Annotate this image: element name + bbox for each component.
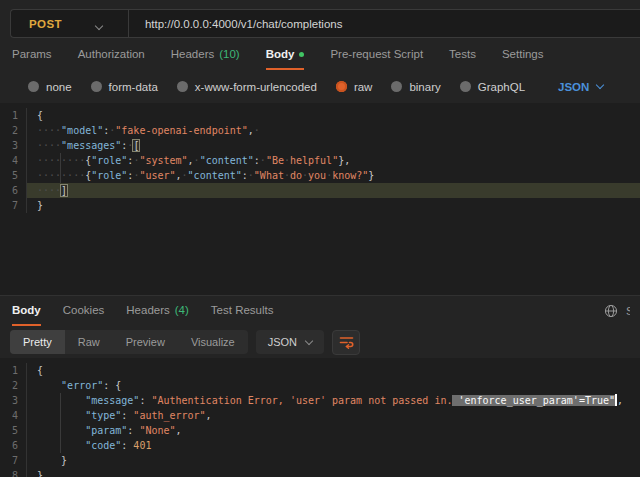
indent-guide — [37, 393, 61, 408]
code-line[interactable]: 2 "error": { — [0, 378, 640, 393]
line-content: "code": 401 — [27, 438, 640, 453]
code-line[interactable]: 6····] — [0, 183, 640, 198]
code-line[interactable]: 5 "param": "None", — [0, 423, 640, 438]
code-token: : — [121, 440, 133, 451]
request-tabs: ParamsAuthorizationHeaders(10)BodyPre-re… — [0, 40, 640, 70]
code-token: "messages" — [61, 140, 121, 151]
raw-language-dropdown[interactable]: JSON — [558, 81, 603, 93]
code-token: } — [61, 455, 67, 466]
indent-guide — [37, 423, 61, 438]
code-token: { — [37, 110, 43, 121]
radio-icon — [391, 81, 402, 92]
code-token: "error" — [61, 380, 103, 391]
unsaved-changes-dot-icon — [299, 52, 304, 57]
line-content: ····] — [27, 183, 640, 198]
response-view-visualize[interactable]: Visualize — [178, 330, 248, 354]
code-line[interactable]: 8} — [0, 468, 640, 477]
code-line[interactable]: 1{ — [0, 363, 640, 378]
code-token: ,· — [176, 170, 188, 181]
line-number: 5 — [0, 423, 27, 438]
request-tab-headers[interactable]: Headers(10) — [171, 40, 240, 70]
request-tab-body[interactable]: Body — [266, 40, 305, 70]
response-language-dropdown[interactable]: JSON — [256, 330, 324, 354]
code-token: : — [121, 410, 133, 421]
code-line[interactable]: 3 "message": "Authentication Error, 'use… — [0, 393, 640, 408]
code-token: , — [176, 425, 182, 436]
request-tab-settings[interactable]: Settings — [502, 40, 544, 70]
line-number: 1 — [0, 363, 27, 378]
response-tab-label: Headers — [126, 304, 169, 316]
response-tab-count-badge: (4) — [175, 304, 189, 316]
code-line[interactable]: 3····"messages":·[ — [0, 138, 640, 153]
response-tab-label: Body — [12, 304, 41, 316]
code-token: "Be·helpful" — [266, 155, 338, 166]
indent-guide: ···· — [37, 153, 61, 168]
indent-guide: ···· — [60, 168, 85, 183]
code-line[interactable]: 4 "type": "auth_error", — [0, 408, 640, 423]
code-token: :· — [103, 125, 115, 136]
body-type-raw[interactable]: raw — [336, 81, 373, 93]
code-token: :· — [242, 170, 254, 181]
response-view-raw[interactable]: Raw — [65, 330, 113, 354]
code-token: :· — [127, 155, 139, 166]
wrap-lines-button[interactable] — [332, 330, 360, 355]
request-tab-pre-request-script[interactable]: Pre-request Script — [330, 40, 423, 70]
indent-guide: ···· — [37, 183, 61, 198]
code-token: : — [139, 395, 151, 406]
code-token: "message" — [85, 395, 139, 406]
response-tab-label: Cookies — [63, 304, 105, 316]
method-selector[interactable]: POST — [11, 18, 62, 30]
indent-guide — [37, 378, 61, 393]
code-token: } — [37, 200, 43, 211]
response-view-pretty[interactable]: Pretty — [10, 330, 65, 354]
code-token: , — [617, 395, 623, 406]
code-token: : — [103, 380, 115, 391]
body-type-label: x-www-form-urlencoded — [195, 81, 317, 93]
code-line[interactable]: 4········{"role":·"system",·"content":·"… — [0, 153, 640, 168]
response-tab-cookies[interactable]: Cookies — [63, 296, 105, 326]
request-body-editor[interactable]: 1{2····"model":·"fake-openai-endpoint",·… — [0, 103, 640, 295]
code-token: "Authentication Error, 'user' param not … — [151, 395, 452, 406]
response-tab-headers[interactable]: Headers(4) — [126, 296, 189, 326]
code-line[interactable]: 6 "code": 401 — [0, 438, 640, 453]
clipped-status-label: S — [626, 305, 630, 317]
code-token: } — [37, 470, 43, 477]
request-tab-params[interactable]: Params — [12, 40, 52, 70]
code-line[interactable]: 5········{"role":·"user",·"content":·"Wh… — [0, 168, 640, 183]
code-token: "None" — [139, 425, 175, 436]
code-token: "code" — [85, 440, 121, 451]
line-content: "error": { — [27, 378, 640, 393]
body-type-binary[interactable]: binary — [391, 81, 440, 93]
body-type-form-data[interactable]: form-data — [91, 81, 158, 93]
line-number: 6 — [0, 183, 27, 198]
request-tab-tests[interactable]: Tests — [449, 40, 476, 70]
indent-guide — [60, 393, 85, 408]
request-tab-authorization[interactable]: Authorization — [78, 40, 145, 70]
request-tab-label: Headers — [171, 48, 214, 60]
response-body-editor[interactable]: 1{2 "error": {3 "message": "Authenticati… — [0, 358, 640, 477]
request-tab-label: Tests — [449, 48, 476, 60]
line-number: 1 — [0, 108, 27, 123]
body-type-label: none — [46, 81, 72, 93]
line-number: 8 — [0, 468, 27, 477]
body-type-none[interactable]: none — [28, 81, 72, 93]
body-type-graphql[interactable]: GraphQL — [460, 81, 525, 93]
code-line[interactable]: 1{ — [0, 108, 640, 123]
line-number: 4 — [0, 408, 27, 423]
body-type-label: binary — [409, 81, 440, 93]
response-view-preview[interactable]: Preview — [113, 330, 178, 354]
body-type-x-www-form-urlencoded[interactable]: x-www-form-urlencoded — [177, 81, 317, 93]
request-url-bar: POST http://0.0.0.0:4000/v1/chat/complet… — [10, 9, 640, 38]
response-tab-body[interactable]: Body — [12, 296, 41, 326]
code-line[interactable]: 7 } — [0, 453, 640, 468]
code-line[interactable]: 7} — [0, 198, 640, 213]
body-type-label: raw — [354, 81, 373, 93]
response-tab-test-results[interactable]: Test Results — [211, 296, 274, 326]
url-input[interactable]: http://0.0.0.0:4000/v1/chat/completions — [129, 18, 343, 30]
response-toolbar: PrettyRawPreviewVisualize JSON — [0, 326, 640, 358]
method-chevron-down-icon[interactable] — [96, 15, 102, 33]
line-content: { — [27, 108, 640, 123]
globe-icon[interactable] — [604, 304, 618, 318]
code-token: , — [206, 410, 212, 421]
code-line[interactable]: 2····"model":·"fake-openai-endpoint",· — [0, 123, 640, 138]
